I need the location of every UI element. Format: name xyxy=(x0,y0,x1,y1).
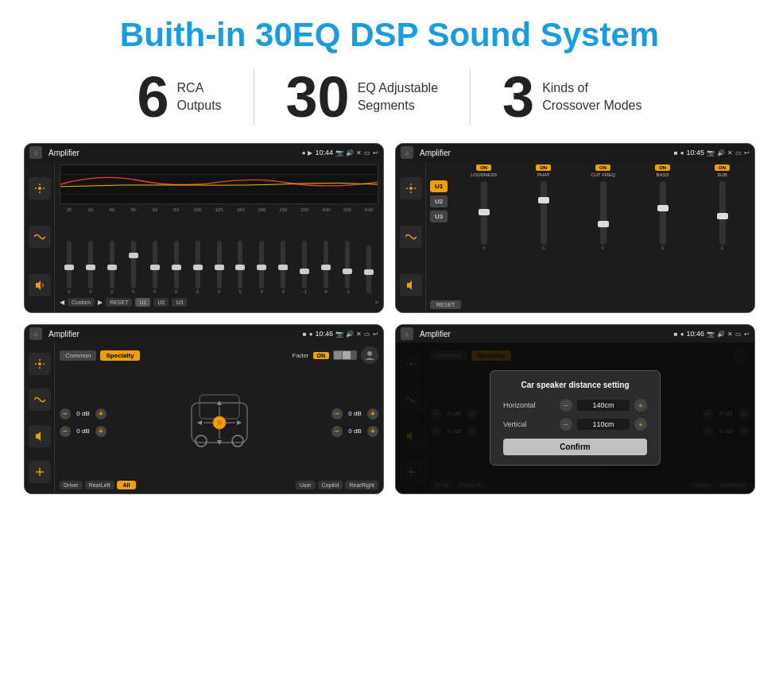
cutfreq-thumb[interactable] xyxy=(598,221,609,227)
loudness-thumb[interactable] xyxy=(479,209,490,215)
bass-toggle[interactable]: ON xyxy=(655,164,670,171)
thumb-10[interactable] xyxy=(278,265,288,270)
svg-marker-8 xyxy=(36,431,41,441)
sub-toggle[interactable]: ON xyxy=(715,164,730,171)
thumb-7[interactable] xyxy=(215,265,224,270)
thumb-8[interactable] xyxy=(235,265,245,270)
copilot-btn[interactable]: Copilot xyxy=(318,481,343,489)
phat-thumb[interactable] xyxy=(538,197,549,203)
thumb-2[interactable] xyxy=(107,265,117,270)
eq-settings-btn[interactable] xyxy=(29,177,51,199)
user-btn[interactable]: User xyxy=(296,481,316,489)
thumb-3[interactable] xyxy=(129,253,138,258)
plus-btn-1[interactable]: + xyxy=(95,408,107,420)
sub-label: SUB xyxy=(717,172,727,177)
vol3-icon: 🔊 xyxy=(346,331,354,338)
rearleft-btn[interactable]: RearLeft xyxy=(85,481,114,489)
minus-btn-1[interactable]: − xyxy=(60,408,71,420)
u3-btn[interactable]: U3 xyxy=(172,298,187,307)
fader-settings-btn[interactable] xyxy=(29,353,51,375)
minus-btn-3[interactable]: − xyxy=(331,408,343,420)
thumb-6[interactable] xyxy=(193,265,203,270)
u1-preset-btn[interactable]: U1 xyxy=(430,180,448,192)
minus-btn-4[interactable]: − xyxy=(331,426,343,437)
horizontal-minus-btn[interactable]: − xyxy=(560,399,572,412)
rec-dot-icon: ■ xyxy=(674,149,678,157)
loudness-toggle[interactable]: ON xyxy=(476,164,491,171)
thumb-12[interactable] xyxy=(321,265,331,270)
u2-preset-btn[interactable]: U2 xyxy=(430,195,448,207)
thumb-1[interactable] xyxy=(86,265,95,270)
specialty-tab[interactable]: Specialty xyxy=(100,350,139,361)
plus-btn-4[interactable]: + xyxy=(367,426,378,437)
thumb-13[interactable] xyxy=(343,269,352,274)
custom-preset-btn[interactable]: Custom xyxy=(68,298,95,307)
vertical-row: Vertical − 110cm + xyxy=(503,418,647,431)
db-val-2: 0 dB xyxy=(73,427,93,435)
next-preset-btn[interactable]: ▶ xyxy=(98,299,103,306)
all-btn[interactable]: All xyxy=(117,481,137,489)
dialog-status-icons: ■ ● 10:46 📷 🔊 ✕ ▭ ↩ xyxy=(674,330,750,338)
fader-speaker-btn[interactable] xyxy=(29,425,51,447)
fader-arrows-btn[interactable] xyxy=(29,461,51,483)
cross-settings-btn[interactable] xyxy=(400,177,422,199)
cross-speaker-btn[interactable] xyxy=(400,274,422,296)
thumb-9[interactable] xyxy=(257,265,266,270)
confirm-button[interactable]: Confirm xyxy=(503,439,647,455)
cam4-icon: 📷 xyxy=(707,331,715,338)
cam2-icon: 📷 xyxy=(707,149,715,157)
phat-toggle[interactable]: ON xyxy=(536,164,551,171)
fader-on-toggle[interactable]: ON xyxy=(313,352,330,359)
home-icon-3[interactable]: ⌂ xyxy=(29,327,42,340)
thumb-5[interactable] xyxy=(172,265,181,270)
eq-wave-btn[interactable] xyxy=(29,226,51,248)
stat-eq: 30 EQ Adjustable Segments xyxy=(254,68,471,126)
eq-speaker-btn[interactable] xyxy=(29,274,51,296)
thumb-14[interactable] xyxy=(364,269,374,275)
eq-main-area: 25 32 40 50 63 80 100 125 160 200 250 32… xyxy=(55,161,383,312)
thumb-4[interactable] xyxy=(150,265,160,270)
u2-btn[interactable]: U2 xyxy=(153,298,169,307)
back-icon: ↩ xyxy=(373,149,378,157)
rearright-btn[interactable]: RearRight xyxy=(345,481,378,489)
stat-crossover: 3 Kinds of Crossover Modes xyxy=(471,68,673,126)
common-tab[interactable]: Common xyxy=(60,350,96,361)
crossover-reset-btn[interactable]: RESET xyxy=(430,300,461,309)
fader-side-controls xyxy=(25,342,55,493)
thumb-11[interactable] xyxy=(300,269,309,274)
crossover-time: 10:45 xyxy=(686,149,704,157)
home-icon-4[interactable]: ⌂ xyxy=(401,327,413,340)
home-icon-2[interactable]: ⌂ xyxy=(401,146,413,159)
horizontal-plus-btn[interactable]: + xyxy=(634,399,647,412)
eq-slider-14 xyxy=(359,246,378,294)
reset-btn[interactable]: RESET xyxy=(106,298,132,307)
sub-thumb[interactable] xyxy=(717,213,728,219)
vertical-plus-btn[interactable]: + xyxy=(634,418,647,431)
vertical-value: 110cm xyxy=(577,419,630,430)
stat-rca: 6 RCA Outputs xyxy=(106,68,254,126)
bass-thumb[interactable] xyxy=(657,205,669,211)
prev-preset-btn[interactable]: ◀ xyxy=(60,299,64,306)
eq-slider-2: 0 xyxy=(103,241,122,294)
u1-btn[interactable]: U1 xyxy=(135,298,150,307)
thumb-0[interactable] xyxy=(64,265,74,270)
driver-btn[interactable]: Driver xyxy=(60,481,83,489)
cross-wave-btn[interactable] xyxy=(400,226,422,248)
eq-bottom-bar: ◀ Custom ▶ RESET U1 U2 U3 » xyxy=(60,296,378,309)
close2-icon: ✕ xyxy=(727,149,733,157)
cutfreq-label: CUT FREQ xyxy=(591,172,615,177)
fader-slider-mini[interactable] xyxy=(333,350,357,360)
win3-icon: ▭ xyxy=(364,331,370,338)
home-icon[interactable]: ⌂ xyxy=(29,146,42,159)
u3-preset-btn[interactable]: U3 xyxy=(430,211,448,222)
horizontal-row: Horizontal − 140cm + xyxy=(503,399,647,412)
fader-wave-btn[interactable] xyxy=(29,389,51,411)
freq-labels: 25 32 40 50 63 80 100 125 160 200 250 32… xyxy=(60,207,378,212)
svg-point-9 xyxy=(367,351,372,356)
db-row-1: − 0 dB + xyxy=(60,408,107,420)
plus-btn-2[interactable]: + xyxy=(95,426,107,437)
cutfreq-toggle[interactable]: ON xyxy=(595,164,610,171)
plus-btn-3[interactable]: + xyxy=(367,408,378,420)
minus-btn-2[interactable]: − xyxy=(60,426,71,437)
vertical-minus-btn[interactable]: − xyxy=(560,418,572,431)
